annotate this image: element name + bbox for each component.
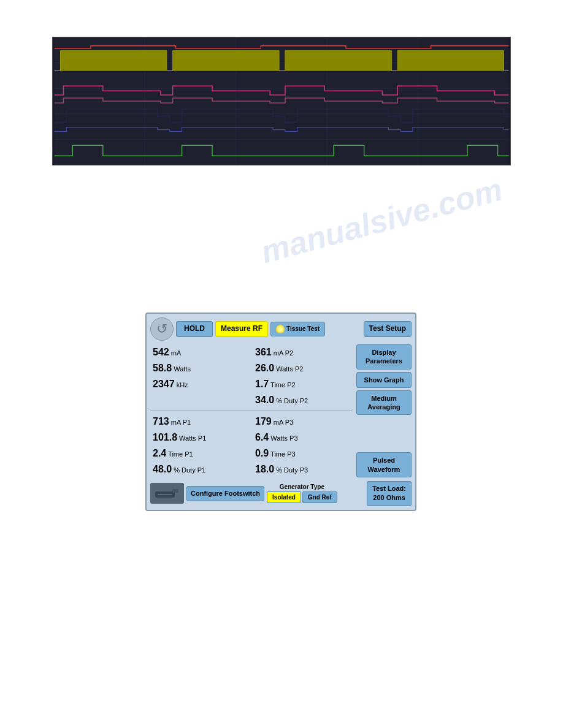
test-load-button[interactable]: Test Load:200 Ohms	[367, 481, 412, 506]
cell-2347khz: 2347 kHz	[150, 377, 250, 391]
data-row-7: 2.4 Time P1 0.9 Time P3	[150, 446, 353, 461]
footswitch-icon[interactable]	[150, 483, 184, 504]
bulb-icon	[276, 325, 285, 333]
tissue-test-button[interactable]: Tissue Test	[270, 322, 325, 336]
svg-rect-9	[60, 51, 166, 71]
cell-48duty-p1: 48.0 % Duty P1	[150, 463, 250, 476]
data-row-6: 101.8 Watts P1 6.4 Watts P3	[150, 430, 353, 446]
svg-rect-10	[173, 51, 279, 71]
cell-58watts: 58.8 Watts	[150, 362, 250, 375]
data-row-1: 542 mA 361 mA P2	[150, 344, 353, 360]
isolated-button[interactable]: Isolated	[267, 491, 301, 503]
waveform-display	[52, 37, 511, 165]
data-row-4: 34.0 % Duty P2	[150, 392, 353, 408]
cell-18duty-p3: 18.0 % Duty P3	[253, 463, 353, 476]
test-setup-button[interactable]: Test Setup	[364, 321, 412, 337]
cell-361ma-p2: 361 mA P2	[253, 346, 353, 359]
cell-179ma-p3: 179 mA P3	[253, 415, 353, 428]
data-row-2: 58.8 Watts 26.0 Watts P2	[150, 360, 353, 376]
cell-17time-p2: 1.7 Time P2	[253, 377, 353, 391]
cell-1018watts-p1: 101.8 Watts P1	[150, 431, 250, 444]
watermark: manualsive.com	[257, 171, 506, 271]
configure-footswitch-button[interactable]: Configure Footswitch	[186, 486, 264, 501]
pulsed-waveform-button[interactable]: Pulsed Waveform	[356, 452, 412, 477]
top-row: ↺ HOLD Measure RF Tissue Test Test Setup	[150, 317, 412, 341]
data-row-3: 2347 kHz 1.7 Time P2	[150, 376, 353, 392]
measure-rf-button[interactable]: Measure RF	[215, 321, 268, 337]
data-row-8: 48.0 % Duty P1 18.0 % Duty P3	[150, 461, 353, 477]
cell-empty	[150, 393, 250, 407]
panel-right-buttons: Display Parameters Show Graph Medium Ave…	[356, 344, 412, 477]
cell-713ma-p1: 713 mA P1	[150, 415, 250, 428]
cell-09time-p3: 0.9 Time P3	[253, 447, 353, 460]
logo-area: ↺	[150, 317, 174, 341]
control-panel: ↺ HOLD Measure RF Tissue Test Test Setup…	[145, 313, 416, 511]
generator-type-label: Generator Type	[280, 483, 324, 490]
display-parameters-button[interactable]: Display Parameters	[356, 344, 412, 370]
data-row-5: 713 mA P1 179 mA P3	[150, 414, 353, 430]
cell-34duty-p2: 34.0 % Duty P2	[253, 393, 353, 407]
logo-icon: ↺	[156, 321, 167, 337]
cell-26watts-p2: 26.0 Watts P2	[253, 362, 353, 375]
hold-button[interactable]: HOLD	[176, 321, 213, 337]
divider	[150, 411, 353, 411]
gnd-ref-button[interactable]: Gnd Ref	[302, 491, 337, 503]
bottom-row: Configure Footswitch Generator Type Isol…	[150, 481, 412, 506]
panel-data: 542 mA 361 mA P2 58.8 Watts 26.0 Watts P…	[150, 344, 353, 477]
svg-rect-12	[397, 51, 504, 71]
cell-24time-p1: 2.4 Time P1	[150, 447, 250, 460]
generator-type-buttons: Isolated Gnd Ref	[267, 491, 337, 503]
svg-rect-14	[172, 489, 178, 493]
svg-rect-11	[285, 51, 391, 71]
generator-type-group: Generator Type Isolated Gnd Ref	[267, 483, 337, 503]
medium-averaging-button[interactable]: Medium Averaging	[356, 390, 412, 415]
footswitch-svg	[155, 487, 180, 500]
cell-542ma: 542 mA	[150, 346, 250, 359]
show-graph-button[interactable]: Show Graph	[356, 372, 412, 388]
cell-64watts-p3: 6.4 Watts P3	[253, 431, 353, 444]
panel-body: 542 mA 361 mA P2 58.8 Watts 26.0 Watts P…	[150, 344, 412, 477]
